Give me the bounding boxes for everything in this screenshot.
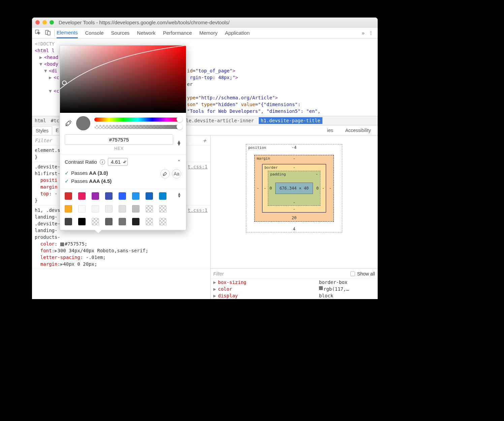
color-cursor-icon[interactable] (62, 80, 67, 85)
palette-swatch[interactable] (132, 192, 139, 200)
palette-swatch[interactable] (146, 205, 153, 213)
subtab-accessibility[interactable]: Accessibility (342, 126, 374, 134)
palette-swatch[interactable] (159, 205, 166, 213)
palette-swatch[interactable] (146, 218, 153, 225)
color-swatch-icon[interactable] (60, 242, 64, 246)
contrast-ratio-value: 4.61✓✓ (108, 158, 128, 166)
show-all-checkbox[interactable] (350, 271, 355, 276)
computed-row[interactable]: ▶box-sizingborder-box (211, 279, 378, 286)
eyedropper-icon[interactable] (65, 120, 72, 127)
palette-swatch[interactable] (65, 218, 72, 225)
palette-swatch[interactable] (78, 205, 86, 213)
tab-console[interactable]: Console (85, 28, 104, 38)
palette: ▲▼ (60, 189, 186, 230)
tab-elements[interactable]: Elements (57, 28, 78, 38)
palette-swatch[interactable] (159, 218, 166, 225)
palette-swatch[interactable] (146, 192, 153, 200)
div-tag[interactable]: <di (49, 67, 57, 74)
disclosure-triangle-icon[interactable]: ▶ (49, 74, 54, 81)
contrast-label: Contrast Ratio (65, 159, 97, 165)
close-icon[interactable] (35, 20, 40, 25)
source-link[interactable]: t.css:1 (188, 163, 208, 170)
settings-kebab-icon[interactable]: ⋮ (367, 30, 375, 36)
alpha-slider[interactable] (94, 125, 181, 129)
element-tag[interactable]: <c (54, 74, 59, 81)
info-icon[interactable]: i (100, 159, 105, 165)
bg-eyedropper-icon[interactable] (160, 169, 170, 179)
minimize-icon[interactable] (42, 20, 47, 25)
palette-swatch[interactable] (105, 218, 113, 225)
palette-stepper[interactable]: ▲▼ (177, 192, 181, 198)
current-color-swatch (76, 116, 90, 130)
crumb-html[interactable]: html (35, 118, 46, 123)
tab-network[interactable]: Network (137, 28, 156, 38)
palette-swatch[interactable] (92, 218, 99, 225)
inspect-icon[interactable] (35, 29, 41, 36)
palette-swatch[interactable] (132, 205, 139, 213)
palette-swatch[interactable] (65, 205, 72, 213)
svg-rect-2 (48, 31, 50, 35)
palette-swatch[interactable] (78, 218, 86, 225)
subtab-ies[interactable]: ies (324, 126, 337, 134)
zoom-icon[interactable] (50, 20, 54, 25)
color-picker: HEX ▲▼ Contrast Ratio i 4.61✓✓ ⌃ ✓Passes… (60, 45, 186, 230)
palette-swatch[interactable] (119, 205, 126, 213)
crumb-id[interactable]: #tc (51, 118, 59, 123)
computed-row[interactable]: ▶displayblock (211, 292, 378, 299)
styles-filter[interactable]: Filter (35, 137, 52, 144)
computed-pane: position -4 4 margin - 20 - - border - - (211, 135, 378, 299)
device-toggle-icon[interactable] (45, 29, 51, 36)
palette-swatch[interactable] (119, 192, 126, 200)
more-tabs-icon[interactable]: » (362, 30, 365, 36)
element-tag[interactable]: <c (54, 88, 59, 94)
saturation-value-field[interactable] (60, 45, 186, 113)
palette-swatch[interactable] (92, 192, 99, 200)
source-link[interactable]: t.css:1 (188, 207, 208, 214)
computed-filter[interactable]: Filter (213, 271, 224, 277)
format-stepper[interactable]: ▲▼ (177, 140, 181, 145)
alpha-thumb-icon[interactable] (177, 124, 183, 130)
hex-input[interactable] (65, 134, 173, 145)
chevron-up-icon[interactable]: ⌃ (177, 159, 181, 165)
box-model-content: 676.344 × 40 (275, 183, 313, 194)
tab-performance[interactable]: Performance (163, 28, 192, 38)
html-tag[interactable]: <html l (35, 47, 55, 54)
passes-aaa: ✓Passes AAA (4.5) (65, 177, 158, 185)
palette-swatch[interactable] (119, 218, 126, 225)
palette-swatch[interactable] (105, 192, 113, 200)
disclosure-triangle-icon[interactable]: ▼ (39, 61, 44, 67)
panel-tabs: Elements Console Sources Network Perform… (57, 28, 359, 38)
new-rule-icon[interactable]: ＋ (201, 137, 208, 144)
computed-row[interactable]: ▶colorrgb(117,… (211, 286, 378, 292)
show-all-label: Show all (357, 271, 375, 277)
subtab-styles[interactable]: Styles (32, 126, 52, 135)
dom-fragment: id="top_of_page"> rgin-top: 48px;"> er y… (187, 67, 320, 115)
palette-swatch[interactable] (105, 205, 113, 213)
palette-swatch[interactable] (65, 192, 72, 200)
disclosure-triangle-icon[interactable]: ▶ (39, 54, 44, 61)
hue-thumb-icon[interactable] (177, 116, 183, 122)
aa-sample-icon[interactable]: Aa (172, 169, 181, 179)
computed-list: Filter Show all ▶box-sizingborder-box ▶c… (211, 268, 378, 299)
contrast-section: Contrast Ratio i 4.61✓✓ ⌃ ✓Passes AA (3.… (60, 154, 186, 189)
devtools-window: Developer Tools - https://developers.goo… (32, 18, 378, 299)
main-toolbar: Elements Console Sources Network Perform… (32, 28, 378, 38)
palette-swatch[interactable] (132, 218, 139, 225)
head-tag[interactable]: <head (44, 54, 58, 61)
body-tag[interactable]: <body (44, 61, 58, 67)
palette-swatch[interactable] (92, 205, 99, 213)
disclosure-triangle-icon[interactable]: ▼ (49, 88, 54, 94)
tab-sources[interactable]: Sources (111, 28, 130, 38)
crumb-h1[interactable]: h1.devsite-page-title (259, 117, 322, 124)
palette-swatch[interactable] (78, 192, 86, 200)
tab-application[interactable]: Application (225, 28, 250, 38)
passes-aa: ✓Passes AA (3.0) (65, 169, 158, 177)
disclosure-triangle-icon[interactable]: ▼ (44, 67, 49, 74)
titlebar: Developer Tools - https://developers.goo… (32, 18, 378, 28)
palette-swatch[interactable] (159, 192, 166, 200)
box-model[interactable]: position -4 4 margin - 20 - - border - - (211, 135, 378, 268)
hue-slider[interactable] (94, 118, 181, 122)
tab-memory[interactable]: Memory (199, 28, 218, 38)
window-title: Developer Tools - https://developers.goo… (59, 20, 230, 25)
traffic-lights (35, 20, 54, 25)
